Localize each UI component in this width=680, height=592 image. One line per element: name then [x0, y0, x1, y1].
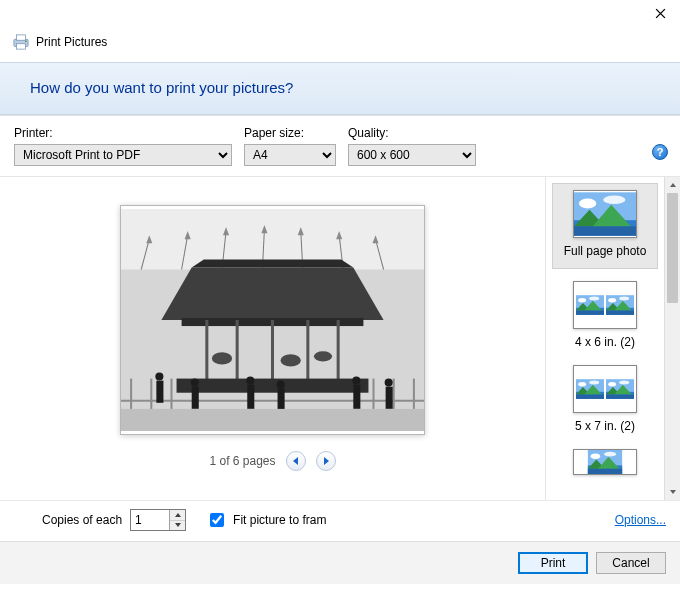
scrollbar-track[interactable] [665, 193, 680, 484]
options-row: Copies of each Fit picture to fram Optio… [0, 500, 680, 541]
copies-label: Copies of each [42, 513, 122, 527]
fit-picture-checkbox[interactable] [210, 513, 224, 527]
layout-thumb [573, 365, 637, 413]
pager-text: 1 of 6 pages [209, 454, 275, 468]
header-question: How do you want to print your pictures? [30, 79, 293, 96]
chevron-down-icon [175, 523, 181, 527]
layout-label: 4 x 6 in. (2) [550, 335, 660, 349]
close-icon [655, 8, 666, 19]
preview-image [121, 206, 424, 434]
printer-label: Printer: [14, 126, 232, 140]
svg-point-58 [25, 40, 27, 42]
paper-size-select[interactable]: A4 [244, 144, 336, 166]
layout-item-4x6[interactable]: 4 x 6 in. (2) [550, 275, 660, 359]
fit-picture-label: Fit picture to fram [233, 513, 326, 527]
copies-increment[interactable] [170, 510, 185, 521]
chevron-left-icon [292, 457, 300, 465]
svg-rect-56 [17, 35, 26, 40]
help-button[interactable]: ? [652, 144, 668, 160]
printer-icon [12, 34, 30, 50]
layout-item-full-page[interactable]: Full page photo [552, 183, 658, 269]
cancel-button[interactable]: Cancel [596, 552, 666, 574]
pager: 1 of 6 pages [209, 451, 335, 471]
quality-select[interactable]: 600 x 600 [348, 144, 476, 166]
layout-label: 5 x 7 in. (2) [550, 419, 660, 433]
quality-label: Quality: [348, 126, 476, 140]
layout-list: Full page photo 4 x 6 in. (2) 5 x 7 in. … [546, 177, 664, 500]
window-title: Print Pictures [36, 35, 107, 49]
window-title-row: Print Pictures [0, 30, 680, 62]
action-row: Print Cancel [0, 541, 680, 584]
layout-scrollbar[interactable] [664, 177, 680, 500]
chevron-up-icon [175, 513, 181, 517]
scrollbar-thumb[interactable] [667, 193, 678, 303]
copies-input[interactable] [131, 510, 169, 530]
chevron-right-icon [322, 457, 330, 465]
options-link[interactable]: Options... [615, 513, 666, 527]
chevron-up-icon [669, 181, 677, 189]
prev-page-button[interactable] [286, 451, 306, 471]
svg-marker-63 [175, 513, 181, 517]
copies-decrement[interactable] [170, 521, 185, 531]
layout-thumb [573, 281, 637, 329]
close-button[interactable] [640, 0, 680, 26]
layout-pane: Full page photo 4 x 6 in. (2) 5 x 7 in. … [545, 177, 680, 500]
copies-group: Copies of each [42, 509, 186, 531]
fit-picture-group: Fit picture to fram [206, 510, 326, 530]
preview-pane: 1 of 6 pages [0, 177, 545, 500]
settings-row: Printer: Microsoft Print to PDF Paper si… [0, 115, 680, 166]
preview-page [120, 205, 425, 435]
main-area: 1 of 6 pages Full page photo [0, 176, 680, 500]
svg-rect-57 [17, 44, 26, 49]
layout-label: Full page photo [553, 244, 657, 258]
svg-marker-61 [670, 183, 676, 187]
svg-marker-62 [670, 490, 676, 494]
layout-item-5x7[interactable]: 5 x 7 in. (2) [550, 359, 660, 443]
titlebar [0, 0, 680, 30]
chevron-down-icon [669, 488, 677, 496]
header-banner: How do you want to print your pictures? [0, 62, 680, 115]
help-icon: ? [657, 146, 664, 158]
layout-thumb [573, 190, 637, 238]
layout-thumb [573, 449, 637, 475]
svg-marker-64 [175, 523, 181, 527]
copies-spinner [130, 509, 186, 531]
paper-size-label: Paper size: [244, 126, 336, 140]
next-page-button[interactable] [316, 451, 336, 471]
print-button[interactable]: Print [518, 552, 588, 574]
layout-item-partial[interactable] [550, 443, 660, 475]
svg-marker-60 [324, 457, 329, 465]
svg-marker-59 [293, 457, 298, 465]
scroll-up-button[interactable] [665, 177, 680, 193]
scroll-down-button[interactable] [665, 484, 680, 500]
printer-select[interactable]: Microsoft Print to PDF [14, 144, 232, 166]
